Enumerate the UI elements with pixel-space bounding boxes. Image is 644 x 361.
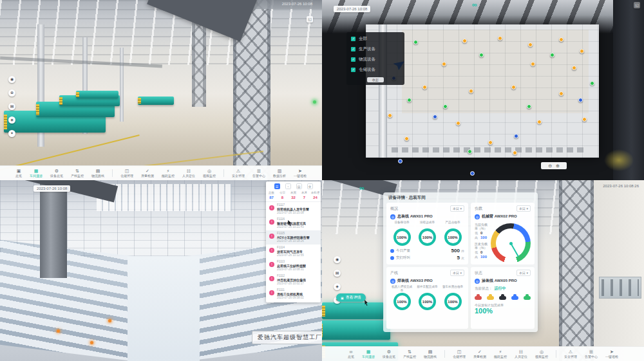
map-marker-green[interactable] bbox=[468, 149, 472, 154]
checkbox-checked-icon[interactable]: ✓ bbox=[351, 47, 355, 51]
alarm-list-item[interactable]: !F1117焊装线机器人异常告警2023-07-26 10:25:08 bbox=[266, 202, 321, 216]
toolbar-item-12[interactable]: ➤一键巡检 bbox=[605, 349, 618, 358]
toolbar-item-6[interactable]: ✓质量检测 bbox=[141, 169, 154, 178]
map-marker-orange[interactable] bbox=[531, 62, 535, 66]
alarm-list-item[interactable]: !F1113总装线工位缺料提醒2023-07-26 10:08:31 bbox=[266, 259, 321, 273]
map-marker-green[interactable] bbox=[407, 98, 412, 102]
machine-tooltip[interactable]: ▣ 查看详情 bbox=[336, 293, 366, 302]
map-marker-orange[interactable] bbox=[442, 62, 446, 66]
toolbar-item-4[interactable]: ▤物流路线 bbox=[424, 349, 437, 358]
highlighted-machine[interactable] bbox=[322, 320, 390, 340]
map-marker-orange[interactable] bbox=[572, 66, 576, 70]
map-marker-blue[interactable] bbox=[514, 134, 518, 138]
zoom-in-icon[interactable]: ⊕ bbox=[556, 162, 560, 169]
car-icon[interactable] bbox=[511, 296, 518, 300]
layer-row-1[interactable]: ✓生产设备 bbox=[351, 46, 400, 52]
layers-hotspot-button[interactable]: ▤ bbox=[8, 103, 15, 110]
map-marker-green[interactable] bbox=[443, 104, 448, 109]
toolbar-item-2[interactable]: ⚙设备总览 bbox=[383, 349, 395, 358]
minimize-icon[interactable]: ◱ bbox=[307, 16, 313, 23]
map-marker-blue[interactable] bbox=[470, 171, 475, 176]
layer-row-2[interactable]: ✓物流设备 bbox=[351, 57, 400, 62]
map-marker-orange[interactable] bbox=[388, 113, 392, 118]
range-dropdown[interactable]: 本日 ▾ bbox=[450, 270, 464, 276]
layer-row-0[interactable]: ✓全部 bbox=[351, 36, 400, 42]
map-marker-orange[interactable] bbox=[488, 140, 493, 145]
alarm-list-item[interactable]: !F1116输送链电机温度过高2023-07-26 10:21:43 bbox=[266, 216, 321, 230]
marker-hotspot-button[interactable]: ◈ bbox=[8, 116, 15, 124]
collapse-button[interactable]: 收起 bbox=[367, 77, 384, 82]
camera-hotspot-button[interactable]: ◉ bbox=[334, 256, 341, 263]
checkbox-checked-icon[interactable]: ✓ bbox=[351, 68, 355, 72]
toolbar-item-7[interactable]: ⚡能耗监控 bbox=[162, 169, 175, 178]
locate-hotspot-button[interactable]: ⊕ bbox=[8, 89, 15, 97]
toolbar-item-8[interactable]: ☷人员定位 bbox=[182, 169, 195, 178]
range-dropdown[interactable]: 本日 ▾ bbox=[516, 270, 531, 276]
toolbar-item-7[interactable]: ⚡能耗监控 bbox=[494, 349, 507, 358]
toolbar-item-1[interactable]: ▦车间漫游 bbox=[362, 349, 375, 358]
toolbar-item-12[interactable]: ▥数据分析 bbox=[273, 169, 286, 178]
toolbar-item-1[interactable]: ▦车间漫游 bbox=[30, 169, 43, 178]
layers-hotspot-button[interactable]: ▤ bbox=[334, 270, 341, 277]
alarm-tab-1[interactable]: ◔ bbox=[285, 183, 291, 189]
map-marker-orange[interactable] bbox=[498, 36, 502, 41]
map-marker-orange[interactable] bbox=[404, 136, 409, 141]
highlighted-machine[interactable] bbox=[322, 302, 384, 319]
toolbar-item-9[interactable]: ◎视频监控 bbox=[535, 349, 548, 358]
map-marker-orange[interactable] bbox=[582, 117, 587, 122]
car-icon[interactable] bbox=[524, 296, 531, 300]
toolbar-item-6[interactable]: ✓质量检测 bbox=[473, 349, 486, 358]
toolbar-item-10[interactable]: ⚠安全管理 bbox=[564, 349, 577, 358]
toolbar-item-0[interactable]: ▣总览 bbox=[15, 169, 22, 178]
alarm-list-item[interactable]: !F1114涂装车间气压异常2023-07-26 10:12:55 bbox=[266, 245, 321, 259]
toolbar-item-11[interactable]: ☰告警中心 bbox=[252, 169, 265, 178]
alarm-tab-2[interactable]: ▤ bbox=[296, 183, 302, 189]
toolbar-item-11[interactable]: ☰告警中心 bbox=[585, 349, 598, 358]
map-marker-blue[interactable] bbox=[398, 159, 402, 163]
alarm-list-item[interactable]: !F1111质检工位相机离线2023-07-26 09:58:02 bbox=[266, 287, 321, 301]
map-marker-orange[interactable] bbox=[469, 89, 473, 93]
star-hotspot-button[interactable]: ✦ bbox=[8, 130, 15, 137]
camera-hotspot-button[interactable]: ◉ bbox=[8, 76, 15, 83]
map-marker-green[interactable] bbox=[527, 104, 531, 109]
range-dropdown[interactable]: 本日 ▾ bbox=[450, 205, 464, 212]
toolbar-item-0[interactable]: ∞总览 bbox=[348, 349, 354, 358]
map-marker-green[interactable] bbox=[479, 53, 484, 57]
alarm-tab-0[interactable]: ☰ bbox=[274, 183, 280, 189]
range-dropdown[interactable]: 本日 ▾ bbox=[516, 205, 531, 212]
viewport-aisle[interactable]: 2023-07-26 10:08 ☰◔▤⚙ 总数87今日8本周32本月7未处理2… bbox=[0, 180, 322, 361]
toolbar-item-9[interactable]: ◎视频监控 bbox=[203, 169, 216, 178]
map-marker-orange[interactable] bbox=[528, 42, 533, 47]
map-marker-orange[interactable] bbox=[559, 91, 564, 96]
zoom-out-icon[interactable]: ⊖ bbox=[548, 162, 552, 169]
map-marker-orange[interactable] bbox=[462, 39, 467, 43]
map-marker-orange[interactable] bbox=[511, 85, 516, 89]
toolbar-item-2[interactable]: ⚙设备总览 bbox=[50, 169, 63, 178]
checkbox-checked-icon[interactable]: ✓ bbox=[351, 37, 355, 41]
map-marker-orange[interactable] bbox=[559, 37, 564, 42]
layer-row-3[interactable]: ✓仓储设备 bbox=[351, 67, 400, 73]
toolbar-item-5[interactable]: ◫仓储管理 bbox=[453, 349, 466, 358]
alarm-tab-3[interactable]: ⚙ bbox=[307, 183, 313, 189]
car-icon[interactable] bbox=[499, 296, 506, 300]
toolbar-item-5[interactable]: ◫仓储管理 bbox=[120, 169, 133, 178]
map-marker-green[interactable] bbox=[590, 81, 594, 86]
map-marker-orange[interactable] bbox=[456, 121, 460, 125]
viewport-map[interactable]: ✓全部✓生产设备✓物流设备✓仓储设备 收起 ⊖ ⊕ 2023-07-26 10:… bbox=[322, 0, 644, 180]
map-marker-blue[interactable] bbox=[433, 115, 437, 119]
checkbox-checked-icon[interactable]: ✓ bbox=[351, 57, 355, 62]
car-icon[interactable] bbox=[475, 296, 482, 300]
fullscreen-icon[interactable]: ◱ bbox=[634, 2, 640, 8]
toolbar-item-8[interactable]: ☷人员定位 bbox=[515, 349, 527, 358]
toolbar-item-4[interactable]: ▤物流路线 bbox=[91, 169, 104, 178]
viewport-dashboard[interactable]: ∞ 2023-07-26 10:08:26 ◉▤◈✦ ▣ 查看详情 设备详情 ·… bbox=[322, 180, 644, 361]
map-marker-orange[interactable] bbox=[580, 49, 584, 53]
map-marker-blue[interactable] bbox=[578, 98, 583, 102]
alarm-list-item[interactable]: !F1115AGV小车路径阻塞告警2023-07-26 10:18:26 bbox=[266, 230, 321, 245]
toolbar-item-13[interactable]: ➤一键巡检 bbox=[294, 169, 307, 178]
toolbar-item-3[interactable]: ⇅产线监控 bbox=[71, 169, 84, 178]
map-zoom-control[interactable]: ⊖ ⊕ bbox=[541, 162, 567, 169]
marker-hotspot-button[interactable]: ◈ bbox=[334, 283, 341, 290]
toolbar-item-10[interactable]: ⚠安全管理 bbox=[232, 169, 245, 178]
toolbar-item-3[interactable]: ⇅产线监控 bbox=[403, 349, 416, 358]
